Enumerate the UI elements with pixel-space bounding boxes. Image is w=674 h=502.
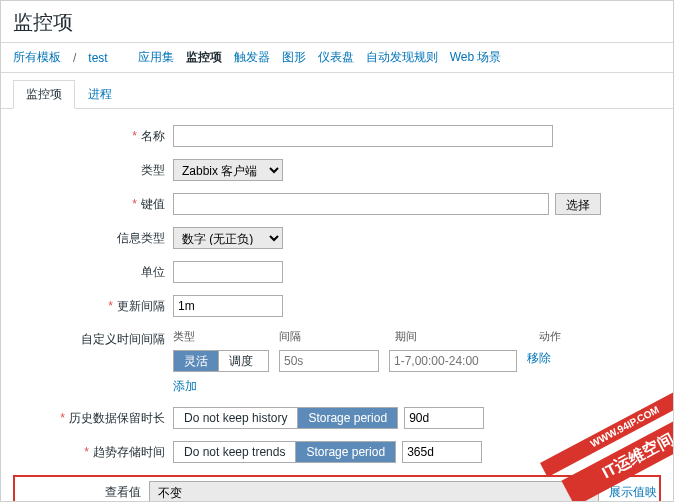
name-input[interactable] xyxy=(173,125,553,147)
breadcrumb-sep: / xyxy=(73,51,76,65)
head-action: 动作 xyxy=(539,329,575,344)
interval-type-segment[interactable]: 灵活 调度 xyxy=(173,350,269,372)
key-input[interactable] xyxy=(173,193,549,215)
head-interval: 间隔 xyxy=(279,329,385,344)
trends-value-input[interactable] xyxy=(402,441,482,463)
label-trends: 趋势存储时间 xyxy=(93,445,165,459)
history-seg-storage[interactable]: Storage period xyxy=(297,408,397,428)
nav-dashboards[interactable]: 仪表盘 xyxy=(318,49,354,66)
trends-seg-nokeep[interactable]: Do not keep trends xyxy=(174,442,295,462)
label-history: 历史数据保留时长 xyxy=(69,411,165,425)
subtab-item[interactable]: 监控项 xyxy=(13,80,75,109)
form-area: *名称 类型 Zabbix 客户端 *键值 选择 信息类型 数字 (无正负) 单… xyxy=(1,109,673,502)
subtabs: 监控项 进程 xyxy=(1,73,673,109)
page-title: 监控项 xyxy=(1,1,673,42)
label-interval: 更新间隔 xyxy=(117,299,165,313)
nav-items[interactable]: 监控项 xyxy=(186,49,222,66)
label-name: 名称 xyxy=(141,129,165,143)
label-valuemap: 查看值 xyxy=(105,485,141,499)
breadcrumb-item[interactable]: test xyxy=(88,51,107,65)
interval-input[interactable] xyxy=(173,295,283,317)
label-info-type: 信息类型 xyxy=(117,231,165,245)
label-unit: 单位 xyxy=(141,265,165,279)
nav-discovery[interactable]: 自动发现规则 xyxy=(366,49,438,66)
nav-appset[interactable]: 应用集 xyxy=(138,49,174,66)
nav-graphs[interactable]: 图形 xyxy=(282,49,306,66)
interval-remove-link[interactable]: 移除 xyxy=(527,350,551,372)
seg-scheduling[interactable]: 调度 xyxy=(218,351,263,371)
info-type-select[interactable]: 数字 (无正负) xyxy=(173,227,283,249)
subtab-process[interactable]: 进程 xyxy=(75,80,125,109)
valuemap-select[interactable]: 不变 xyxy=(149,481,599,502)
trends-seg-storage[interactable]: Storage period xyxy=(295,442,395,462)
interval-value-input[interactable] xyxy=(279,350,379,372)
seg-flexible[interactable]: 灵活 xyxy=(174,351,218,371)
label-custom-interval: 自定义时间间隔 xyxy=(81,332,165,346)
head-period: 期间 xyxy=(395,329,529,344)
label-key: 键值 xyxy=(141,197,165,211)
valuemap-show-link[interactable]: 展示值映 xyxy=(609,484,657,501)
type-select[interactable]: Zabbix 客户端 xyxy=(173,159,283,181)
breadcrumb-root[interactable]: 所有模板 xyxy=(13,49,61,66)
history-segment[interactable]: Do not keep history Storage period xyxy=(173,407,398,429)
interval-period-input[interactable] xyxy=(389,350,517,372)
nav-web[interactable]: Web 场景 xyxy=(450,49,502,66)
interval-add-link[interactable]: 添加 xyxy=(173,379,197,393)
unit-input[interactable] xyxy=(173,261,283,283)
nav-triggers[interactable]: 触发器 xyxy=(234,49,270,66)
trends-segment[interactable]: Do not keep trends Storage period xyxy=(173,441,396,463)
history-value-input[interactable] xyxy=(404,407,484,429)
key-select-button[interactable]: 选择 xyxy=(555,193,601,215)
head-type: 类型 xyxy=(173,329,269,344)
label-type: 类型 xyxy=(141,163,165,177)
history-seg-nokeep[interactable]: Do not keep history xyxy=(174,408,297,428)
top-nav: 所有模板 / test 应用集 监控项 触发器 图形 仪表盘 自动发现规则 We… xyxy=(1,42,673,73)
